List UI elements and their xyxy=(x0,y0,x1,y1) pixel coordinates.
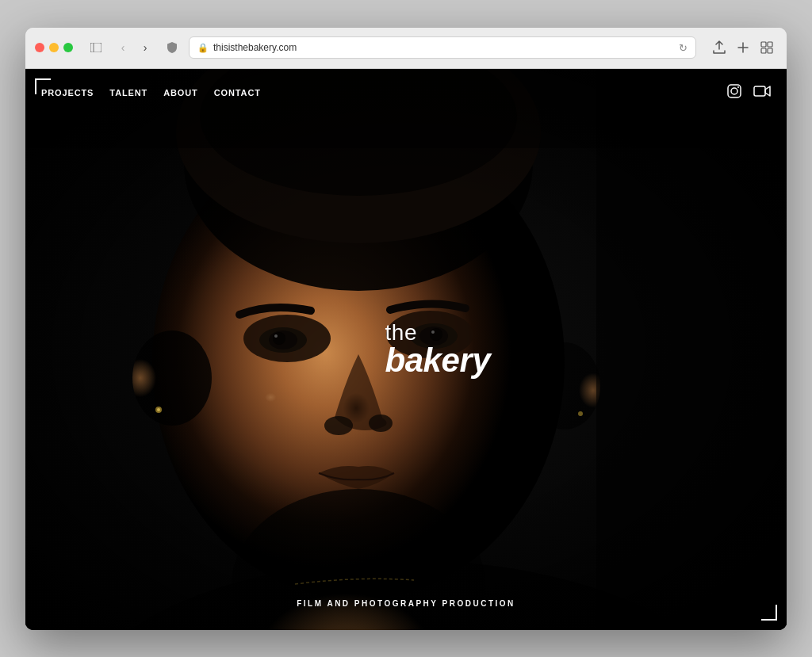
url-display: thisisthebakery.com xyxy=(213,42,297,53)
extensions-button[interactable] xyxy=(756,37,777,58)
svg-rect-4 xyxy=(761,42,766,47)
nav-links: PROJECTS TALENT ABOUT CONTACT xyxy=(41,88,261,97)
close-button[interactable] xyxy=(35,43,44,52)
instagram-icon[interactable] xyxy=(726,83,742,102)
lock-icon: 🔒 xyxy=(197,43,209,53)
logo-bakery: bakery xyxy=(385,344,490,377)
svg-rect-5 xyxy=(768,42,772,47)
address-bar[interactable]: 🔒 thisisthebakery.com ↻ xyxy=(189,36,696,59)
site-navigation: PROJECTS TALENT ABOUT CONTACT xyxy=(25,69,787,117)
new-tab-button[interactable] xyxy=(733,37,753,58)
nav-projects[interactable]: PROJECTS xyxy=(41,88,94,97)
nav-buttons: ‹ › xyxy=(113,37,155,58)
forward-button[interactable]: › xyxy=(135,37,155,58)
nav-about[interactable]: ABOUT xyxy=(163,88,198,97)
svg-rect-7 xyxy=(768,48,772,53)
browser-chrome: ‹ › 🔒 thisisthebakery.com ↻ xyxy=(25,28,787,69)
svg-point-39 xyxy=(737,86,739,88)
nav-talent[interactable]: TALENT xyxy=(109,88,147,97)
browser-window: ‹ › 🔒 thisisthebakery.com ↻ xyxy=(25,28,787,630)
site-logo: the bakery xyxy=(385,322,490,377)
svg-rect-0 xyxy=(90,43,102,52)
site-subtitle: FILM AND PHOTOGRAPHY PRODUCTION xyxy=(297,599,515,608)
logo-the: the xyxy=(385,322,490,344)
corner-bracket-br xyxy=(761,605,777,621)
svg-rect-36 xyxy=(596,69,787,630)
share-button[interactable] xyxy=(709,37,730,58)
shield-icon xyxy=(162,37,182,58)
maximize-button[interactable] xyxy=(63,43,73,52)
traffic-lights xyxy=(35,43,73,52)
video-icon[interactable] xyxy=(753,85,771,101)
svg-rect-6 xyxy=(761,48,766,53)
social-icons xyxy=(726,83,771,102)
svg-rect-40 xyxy=(754,86,765,96)
svg-point-38 xyxy=(731,88,737,94)
toolbar-right xyxy=(709,37,777,58)
minimize-button[interactable] xyxy=(49,43,59,52)
website-content: PROJECTS TALENT ABOUT CONTACT xyxy=(25,69,787,630)
sidebar-toggle[interactable] xyxy=(86,40,106,55)
nav-contact[interactable]: CONTACT xyxy=(214,88,261,97)
refresh-button[interactable]: ↻ xyxy=(679,42,688,54)
back-button[interactable]: ‹ xyxy=(113,37,133,58)
